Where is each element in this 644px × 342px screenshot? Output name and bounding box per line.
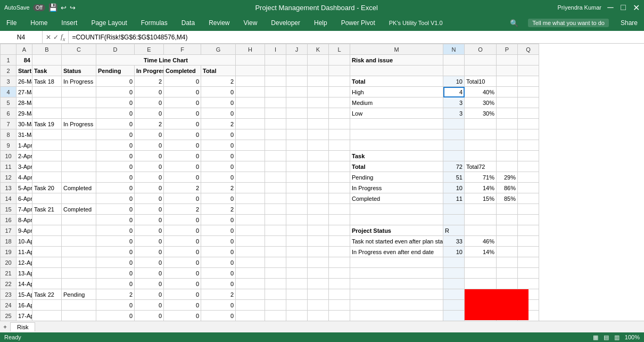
- cell-A15[interactable]: 7-Apr: [16, 204, 32, 215]
- cell-C16[interactable]: [62, 215, 96, 225]
- cell-G18[interactable]: 0: [201, 236, 236, 247]
- cell-J23[interactable]: [286, 289, 308, 300]
- cell-D22[interactable]: 0: [96, 279, 135, 289]
- cell-P20[interactable]: [497, 257, 518, 268]
- cell-N8[interactable]: [443, 129, 465, 140]
- cell-A11[interactable]: 3-Apr: [16, 161, 32, 172]
- cell-J12[interactable]: [286, 172, 308, 183]
- ribbon-insert[interactable]: Insert: [59, 18, 79, 28]
- cell-C13[interactable]: Completed: [62, 183, 96, 193]
- cell-O14[interactable]: 15%: [465, 193, 497, 204]
- cell-H5[interactable]: [236, 97, 265, 108]
- ribbon-developer[interactable]: Developer: [269, 18, 302, 28]
- cell-Q19[interactable]: [518, 247, 539, 257]
- cell-H15[interactable]: [236, 204, 265, 215]
- cell-E16[interactable]: 0: [135, 215, 164, 225]
- cell-O2[interactable]: [465, 66, 497, 76]
- cell-P9[interactable]: [497, 140, 518, 151]
- ribbon-home[interactable]: Home: [28, 18, 49, 28]
- cell-A18[interactable]: 10-Apr: [16, 236, 32, 247]
- cell-H20[interactable]: [236, 257, 265, 268]
- cell-I12[interactable]: [265, 172, 286, 183]
- cell-D9[interactable]: 0: [96, 140, 135, 151]
- cell-P7[interactable]: [497, 119, 518, 129]
- add-sheet-button[interactable]: ＋: [2, 323, 8, 331]
- cell-N7[interactable]: [443, 119, 465, 129]
- cell-K9[interactable]: [308, 140, 329, 151]
- cell-N9[interactable]: [443, 140, 465, 151]
- cell-N6[interactable]: 3: [443, 108, 465, 119]
- cell-D14[interactable]: 0: [96, 193, 135, 204]
- cell-F9[interactable]: 0: [164, 140, 201, 151]
- cell-M14[interactable]: Completed: [350, 193, 443, 204]
- cell-G3[interactable]: 2: [201, 76, 236, 87]
- cell-A14[interactable]: 6-Apr: [16, 193, 32, 204]
- cell-M12[interactable]: Pending: [350, 172, 443, 183]
- cell-P3[interactable]: [497, 76, 518, 87]
- cell-B13[interactable]: Task 20: [32, 183, 62, 193]
- cell-E5[interactable]: 0: [135, 97, 164, 108]
- cell-A25[interactable]: 17-Apr: [16, 311, 32, 321]
- cell-J8[interactable]: [286, 129, 308, 140]
- cell-I14[interactable]: [265, 193, 286, 204]
- cell-L24[interactable]: [329, 300, 350, 311]
- cell-P22[interactable]: [497, 279, 518, 289]
- cell-G8[interactable]: 0: [201, 129, 236, 140]
- cell-Q21[interactable]: [518, 268, 539, 279]
- cancel-formula-icon[interactable]: ✕: [46, 34, 51, 41]
- cell-A7[interactable]: 30-Mar: [16, 119, 32, 129]
- cell-F12[interactable]: 0: [164, 172, 201, 183]
- cell-M9[interactable]: [350, 140, 443, 151]
- cell-E6[interactable]: 0: [135, 108, 164, 119]
- cell-G12[interactable]: 0: [201, 172, 236, 183]
- cell-Q8[interactable]: [518, 129, 539, 140]
- cell-Q14[interactable]: [518, 193, 539, 204]
- cell-L22[interactable]: [329, 279, 350, 289]
- cell-L10[interactable]: [329, 151, 350, 161]
- cell-M7[interactable]: [350, 119, 443, 129]
- cell-L16[interactable]: [329, 215, 350, 225]
- cell-H3[interactable]: [236, 76, 265, 87]
- cell-I11[interactable]: [265, 161, 286, 172]
- cell-B18[interactable]: [32, 236, 62, 247]
- cell-K21[interactable]: [308, 268, 329, 279]
- cell-M4[interactable]: High: [350, 87, 443, 97]
- cell-P2[interactable]: [497, 66, 518, 76]
- sheet-tab-risk[interactable]: Risk: [10, 322, 35, 331]
- cell-C11[interactable]: [62, 161, 96, 172]
- cell-H1[interactable]: [236, 55, 265, 66]
- cell-M20[interactable]: [350, 257, 443, 268]
- cell-H24[interactable]: [236, 300, 265, 311]
- cell-M24[interactable]: [350, 300, 443, 311]
- cell-A8[interactable]: 31-Mar: [16, 129, 32, 140]
- cell-L4[interactable]: [329, 87, 350, 97]
- cell-P14[interactable]: 85%: [497, 193, 518, 204]
- cell-F21[interactable]: 0: [164, 268, 201, 279]
- cell-D19[interactable]: 0: [96, 247, 135, 257]
- cell-G7[interactable]: 2: [201, 119, 236, 129]
- cell-L11[interactable]: [329, 161, 350, 172]
- cell-P19[interactable]: [497, 247, 518, 257]
- cell-B22[interactable]: [32, 279, 62, 289]
- cell-A24[interactable]: 16-Apr: [16, 300, 32, 311]
- cell-C4[interactable]: [62, 87, 96, 97]
- cell-G2[interactable]: Total: [201, 66, 236, 76]
- cell-H10[interactable]: [236, 151, 265, 161]
- cell-F18[interactable]: 0: [164, 236, 201, 247]
- cell-E4[interactable]: 0: [135, 87, 164, 97]
- cell-F24[interactable]: 0: [164, 300, 201, 311]
- cell-D23[interactable]: 2: [96, 289, 135, 300]
- cell-D20[interactable]: 0: [96, 257, 135, 268]
- cell-P18[interactable]: [497, 236, 518, 247]
- cell-K10[interactable]: [308, 151, 329, 161]
- cell-B10[interactable]: [32, 151, 62, 161]
- cell-C20[interactable]: [62, 257, 96, 268]
- cell-H21[interactable]: [236, 268, 265, 279]
- cell-K16[interactable]: [308, 215, 329, 225]
- cell-M23[interactable]: [350, 289, 443, 300]
- cell-E18[interactable]: 0: [135, 236, 164, 247]
- cell-E11[interactable]: 0: [135, 161, 164, 172]
- cell-Q9[interactable]: [518, 140, 539, 151]
- cell-E8[interactable]: 0: [135, 129, 164, 140]
- cell-L7[interactable]: [329, 119, 350, 129]
